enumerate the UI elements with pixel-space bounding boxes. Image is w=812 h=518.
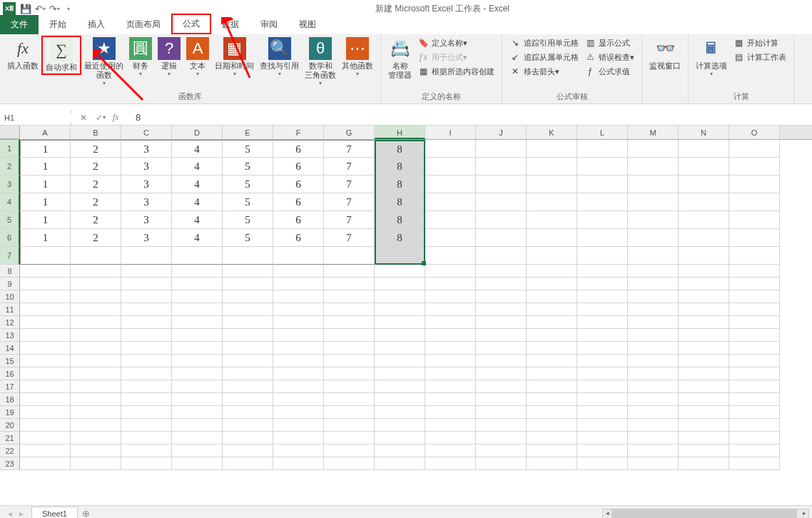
text-button[interactable]: A 文本 ▾ [183, 36, 212, 78]
cell[interactable] [20, 329, 71, 342]
cell[interactable]: 6 [273, 176, 324, 193]
cell[interactable] [20, 290, 71, 303]
cell[interactable] [273, 303, 324, 316]
cell[interactable] [223, 329, 273, 342]
cell[interactable] [172, 303, 223, 316]
cell[interactable] [71, 432, 121, 445]
cell[interactable] [679, 176, 729, 193]
cell[interactable] [729, 342, 780, 355]
cell[interactable] [679, 247, 729, 265]
row-header-1[interactable]: 1 [0, 140, 20, 158]
cell[interactable] [375, 265, 425, 278]
cell[interactable]: 4 [172, 158, 223, 176]
cell[interactable] [476, 393, 527, 406]
cell[interactable] [729, 290, 780, 303]
cell[interactable] [324, 445, 375, 457]
cell[interactable] [679, 445, 729, 457]
cell[interactable] [425, 176, 476, 193]
cell[interactable] [425, 406, 476, 419]
cell[interactable]: 2 [71, 229, 121, 247]
cell[interactable] [679, 432, 729, 445]
cell[interactable] [628, 457, 679, 470]
cell[interactable] [729, 140, 780, 158]
cell[interactable] [729, 229, 780, 247]
cell[interactable] [425, 247, 476, 265]
spreadsheet-grid[interactable]: ABCDEFGHIJKLMNO 123456789101112131415161… [0, 126, 812, 505]
cell[interactable] [527, 445, 577, 457]
row-header-4[interactable]: 4 [0, 193, 20, 211]
scroll-left-icon[interactable]: ◂ [603, 509, 611, 517]
row-header-15[interactable]: 15 [0, 355, 20, 367]
cell[interactable] [71, 367, 121, 380]
cell[interactable] [121, 342, 172, 355]
cell[interactable]: 3 [121, 140, 172, 158]
cell[interactable] [121, 265, 172, 278]
cell[interactable] [425, 367, 476, 380]
more-functions-button[interactable]: ⋯ 其他函数 ▾ [339, 36, 376, 78]
tab-file[interactable]: 文件 [0, 15, 39, 34]
cell[interactable]: 7 [324, 176, 375, 193]
cell[interactable] [172, 247, 223, 265]
cell[interactable] [679, 406, 729, 419]
cell[interactable] [121, 393, 172, 406]
cell[interactable] [172, 457, 223, 470]
cancel-button[interactable]: ✕ [76, 113, 91, 123]
cell[interactable]: 3 [121, 229, 172, 247]
autosum-button[interactable]: ∑ 自动求和 [41, 36, 81, 75]
cell[interactable] [527, 229, 577, 247]
cell[interactable] [425, 229, 476, 247]
cell[interactable] [729, 367, 780, 380]
cell[interactable] [71, 342, 121, 355]
cell[interactable] [628, 380, 679, 393]
cell[interactable]: 4 [172, 176, 223, 193]
cell[interactable] [324, 367, 375, 380]
qat-customize-button[interactable]: ▾ [61, 1, 76, 16]
cell[interactable] [527, 342, 577, 355]
cell[interactable] [71, 278, 121, 290]
cell[interactable] [476, 229, 527, 247]
cell[interactable] [20, 406, 71, 419]
cell[interactable] [476, 445, 527, 457]
cell[interactable] [324, 316, 375, 329]
cell[interactable] [425, 193, 476, 211]
cell[interactable] [729, 380, 780, 393]
cell[interactable] [476, 329, 527, 342]
cell[interactable] [324, 432, 375, 445]
calculate-sheet-button[interactable]: ▤计算工作表 [730, 50, 789, 64]
row-header-16[interactable]: 16 [0, 367, 20, 380]
col-header-M[interactable]: M [628, 126, 679, 139]
cell[interactable] [679, 329, 729, 342]
cell[interactable] [425, 342, 476, 355]
row-header-11[interactable]: 11 [0, 303, 20, 316]
cell[interactable] [577, 457, 628, 470]
scroll-thumb[interactable] [611, 509, 797, 518]
cell[interactable] [223, 303, 273, 316]
cell[interactable] [273, 355, 324, 367]
cell[interactable] [476, 193, 527, 211]
col-header-A[interactable]: A [20, 126, 71, 139]
cell[interactable] [527, 329, 577, 342]
cell[interactable] [628, 211, 679, 229]
formula-input[interactable] [128, 112, 812, 123]
recently-used-button[interactable]: ★ 最近使用的 函数 ▾ [81, 36, 126, 88]
cell[interactable] [71, 355, 121, 367]
cell[interactable] [375, 406, 425, 419]
name-manager-button[interactable]: 📇 名称 管理器 [385, 36, 415, 81]
cell[interactable] [577, 247, 628, 265]
row-header-7[interactable]: 7 [0, 247, 20, 265]
cell[interactable]: 5 [223, 229, 273, 247]
cell[interactable] [425, 290, 476, 303]
col-header-G[interactable]: G [324, 126, 375, 139]
cell[interactable]: 5 [223, 140, 273, 158]
row-header-19[interactable]: 19 [0, 406, 20, 419]
cell[interactable] [324, 393, 375, 406]
cell[interactable] [679, 367, 729, 380]
cell[interactable] [476, 211, 527, 229]
cell[interactable]: 6 [273, 140, 324, 158]
cell[interactable] [20, 247, 71, 265]
cell[interactable] [679, 393, 729, 406]
cell[interactable] [20, 265, 71, 278]
cell[interactable]: 6 [273, 193, 324, 211]
row-header-5[interactable]: 5 [0, 211, 20, 229]
cell[interactable] [628, 393, 679, 406]
